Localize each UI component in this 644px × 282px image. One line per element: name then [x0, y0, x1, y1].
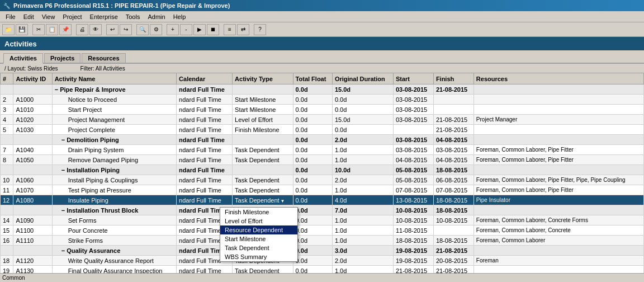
table-row[interactable]: 16A1110Strike Formsndard Full TimeTask D… [1, 236, 644, 246]
tabs-bar: ActivitiesProjectsResources [0, 50, 644, 64]
table-header-row: # Activity ID Activity Name Calendar Act… [1, 73, 644, 84]
dropdown-item-task-dependent[interactable]: Task Dependent [220, 243, 297, 252]
activity-type-cell[interactable]: Task Dependent [233, 155, 293, 165]
layout-label: / Layout: Swiss Rides [4, 65, 58, 72]
activities-table-container: # Activity ID Activity Name Calendar Act… [0, 73, 644, 282]
info-bar: / Layout: Swiss Rides Filter: All Activi… [0, 64, 644, 73]
toolbar-btn-11[interactable]: ⚙ [150, 24, 162, 35]
menu-item-tools[interactable]: Tools [122, 13, 144, 21]
table-row[interactable]: 8A1050Remove Damaged Pipingndard Full Ti… [1, 155, 644, 165]
table-row[interactable]: − Quality Assurancendard Full Time0.0d3.… [1, 246, 644, 256]
window-title: Primavera P6 Professional R15.1 : PIPE R… [13, 2, 230, 9]
title-icon: 🔧 [3, 3, 10, 9]
menu-item-view[interactable]: View [39, 13, 59, 21]
table-row[interactable]: − Pipe Repair & Improvendard Full Time0.… [1, 84, 644, 95]
toolbar-btn-5[interactable]: 📌 [59, 24, 72, 35]
activity-type-cell[interactable]: Task Dependent [233, 175, 293, 185]
menu-item-file[interactable]: File [2, 13, 19, 21]
table-row[interactable]: 10A1060Install Piping & Couplingsndard F… [1, 175, 644, 185]
activity-type-cell[interactable] [233, 84, 293, 95]
toolbar-btn-13[interactable]: - [180, 24, 192, 35]
col-header-name: Activity Name [52, 73, 176, 84]
menu-bar: FileEditViewProjectEnterpriseToolsAdminH… [0, 11, 644, 22]
dropdown-item-finish-milestone[interactable]: Finish Milestone [220, 208, 297, 217]
toolbar-btn-7[interactable]: 👁 [89, 24, 102, 35]
table-row[interactable]: 12A1080Insulate Pipingndard Full TimeTas… [1, 195, 644, 205]
status-bar: Common [0, 273, 644, 282]
toolbar-btn-16[interactable]: ≡ [224, 24, 236, 35]
table-row[interactable]: 5A1030Project Completendard Full TimeFin… [1, 125, 644, 135]
table-row[interactable]: 3A1010Start Projectndard Full TimeStart … [1, 105, 644, 115]
tab-resources[interactable]: Resources [82, 53, 125, 63]
table-row[interactable]: − Installation Pipingndard Full Time0.0d… [1, 165, 644, 175]
toolbar-btn-9[interactable]: ↪ [120, 24, 132, 35]
dropdown-item-wbs-summary[interactable]: WBS Summary [220, 252, 297, 261]
activity-type-cell[interactable]: Task Dependent▼ [233, 195, 293, 205]
activity-type-cell[interactable]: Finish Milestone [233, 125, 293, 135]
toolbar: 📁 💾 ✂ 📋 📌 🖨 👁 ↩ ↪ 🔍 ⚙ + - ▶ ⏹ ≡ ⇄ ? [0, 22, 644, 37]
table-row[interactable]: 15A1100Pour Concretendard Full TimeStart… [1, 225, 644, 236]
activity-type-cell[interactable]: Task Dependent [233, 185, 293, 195]
toolbar-btn-17[interactable]: ⇄ [237, 24, 249, 35]
table-row[interactable]: 7A1040Drain Piping Systemndard Full Time… [1, 145, 644, 155]
table-body: − Pipe Repair & Improvendard Full Time0.… [1, 84, 644, 276]
table-row[interactable]: − Installation Thrust Blockndard Full Ti… [1, 205, 644, 215]
activity-type-cell[interactable]: Level of Effort [233, 115, 293, 125]
table-row[interactable]: 4A1020Project Managementndard Full TimeL… [1, 115, 644, 125]
toolbar-btn-4[interactable]: 📋 [46, 24, 58, 35]
menu-item-enterprise[interactable]: Enterprise [87, 13, 121, 21]
activity-type-cell[interactable]: Start Milestone [233, 105, 293, 115]
toolbar-btn-8[interactable]: ↩ [106, 24, 119, 35]
col-header-type: Activity Type [233, 73, 293, 84]
menu-item-project[interactable]: Project [59, 13, 85, 21]
table-row[interactable]: 14A1090Set Formsndard Full TimeTask Depe… [1, 215, 644, 225]
table-row[interactable]: 11A1070Test Piping at Pressurendard Full… [1, 185, 644, 195]
activities-table: # Activity ID Activity Name Calendar Act… [0, 73, 644, 276]
menu-item-admin[interactable]: Admin [144, 13, 168, 21]
activities-title: Activities [4, 40, 37, 48]
activity-type-cell[interactable] [233, 165, 293, 175]
toolbar-btn-1[interactable]: 📁 [2, 24, 15, 35]
toolbar-btn-18[interactable]: ? [254, 24, 266, 35]
tab-activities[interactable]: Activities [3, 53, 43, 64]
title-bar: 🔧 Primavera P6 Professional R15.1 : PIPE… [0, 0, 644, 11]
menu-item-edit[interactable]: Edit [20, 13, 37, 21]
col-header-float: Total Float [293, 73, 332, 84]
table-row[interactable]: 18A1120Write Quality Assurance Reportnda… [1, 256, 644, 266]
filter-label: Filter: All Activities [80, 65, 125, 72]
col-header-resources: Resources [473, 73, 643, 84]
dropdown-item-resource-dependent[interactable]: Resource Dependent [220, 225, 297, 234]
col-header-id: Activity ID [13, 73, 52, 84]
toolbar-btn-14[interactable]: ▶ [193, 24, 206, 35]
col-header-num: # [1, 73, 13, 84]
table-row[interactable]: 2A1000Notice to Proceedndard Full TimeSt… [1, 95, 644, 105]
activity-type-dropdown[interactable]: Finish MilestoneLevel of EffortResource … [220, 207, 298, 262]
tab-projects[interactable]: Projects [44, 53, 80, 63]
toolbar-btn-10[interactable]: 🔍 [136, 24, 149, 35]
col-header-origdur: Original Duration [332, 73, 393, 84]
toolbar-btn-15[interactable]: ⏹ [207, 24, 219, 35]
col-header-start: Start [393, 73, 433, 84]
main-content: Activities ActivitiesProjectsResources /… [0, 37, 644, 282]
dropdown-item-level-of-effort[interactable]: Level of Effort [220, 217, 297, 225]
activity-type-cell[interactable] [233, 135, 293, 145]
toolbar-btn-12[interactable]: + [167, 24, 179, 35]
toolbar-btn-3[interactable]: ✂ [32, 24, 45, 35]
dropdown-item-start-milestone[interactable]: Start Milestone [220, 234, 297, 243]
col-header-finish: Finish [433, 73, 473, 84]
col-header-calendar: Calendar [177, 73, 233, 84]
toolbar-btn-6[interactable]: 🖨 [76, 24, 88, 35]
toolbar-btn-2[interactable]: 💾 [16, 24, 28, 35]
activity-type-cell[interactable]: Task Dependent [233, 145, 293, 155]
status-text: Common [2, 275, 25, 281]
activity-type-cell[interactable]: Start Milestone [233, 95, 293, 105]
activities-header: Activities [0, 37, 644, 50]
menu-item-help[interactable]: Help [170, 13, 190, 21]
table-row[interactable]: − Demolition Pipingndard Full Time0.0d2.… [1, 135, 644, 145]
